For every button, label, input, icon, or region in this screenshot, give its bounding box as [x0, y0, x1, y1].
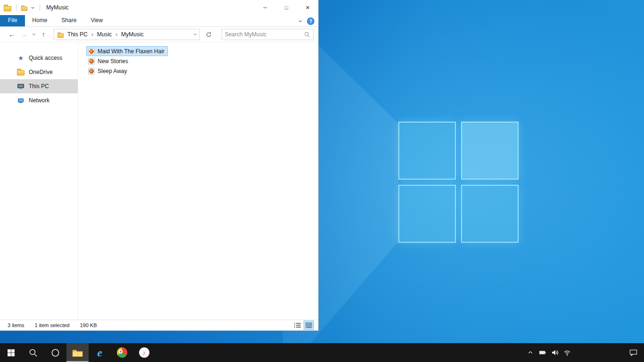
windows-logo-pane [461, 122, 519, 180]
search-box[interactable] [222, 29, 314, 40]
tab-share[interactable]: Share [54, 15, 83, 26]
file-item[interactable]: Sleep Away [86, 66, 131, 76]
chevron-up-icon [528, 350, 533, 355]
media-file-icon [88, 68, 95, 74]
ribbon-expand-chevron-icon[interactable] [298, 19, 303, 24]
address-dropdown-chevron-icon[interactable] [193, 32, 198, 37]
taskbar-search-button[interactable] [22, 343, 44, 362]
start-windows-icon [7, 349, 15, 357]
taskbar-itunes-button[interactable]: ♪ [133, 343, 155, 362]
breadcrumb-mymusic[interactable]: MyMusic [120, 30, 144, 39]
start-button[interactable] [0, 343, 22, 362]
address-folder-icon [58, 33, 64, 38]
taskbar-internet-explorer-button[interactable]: e [89, 343, 111, 362]
qat-customize-chevron-icon[interactable] [31, 6, 35, 10]
details-view-button[interactable] [293, 321, 302, 329]
address-bar[interactable]: This PC › Music › MyMusic [54, 29, 200, 40]
battery-icon [539, 349, 546, 356]
file-list[interactable]: Maid With The Flaxen Hair New Stories Sl… [78, 42, 318, 320]
breadcrumb-separator: › [91, 31, 93, 38]
status-item-count: 3 items [8, 322, 24, 328]
up-button[interactable]: ↑ [39, 31, 49, 38]
taskbar-chrome-button[interactable] [111, 343, 133, 362]
speaker-icon [551, 349, 559, 356]
status-size: 190 KB [80, 322, 97, 328]
taskbar: e ♪ [0, 343, 644, 362]
window-controls: ─ □ × [255, 0, 318, 15]
breadcrumb-music[interactable]: Music [96, 30, 113, 39]
ribbon-tab-bar: File Home Share View ? [0, 15, 318, 27]
media-file-icon [88, 48, 95, 55]
sidebar-item-label: OneDrive [29, 69, 53, 75]
internet-explorer-icon: e [97, 347, 102, 358]
qat-new-folder-icon[interactable] [21, 7, 27, 11]
file-explorer-window: MyMusic ─ □ × File Home Share View ? ← →… [0, 0, 319, 331]
chrome-icon [117, 347, 127, 358]
tab-home[interactable]: Home [25, 15, 54, 26]
file-item[interactable]: New Stories [86, 56, 132, 66]
status-selection: 1 item selected [34, 322, 69, 328]
wifi-icon [563, 349, 571, 356]
system-tray [524, 343, 644, 362]
windows-logo-pane [461, 185, 519, 243]
search-input[interactable] [225, 31, 304, 38]
windows-logo-pane [398, 185, 456, 243]
separator [16, 4, 17, 11]
minimize-button[interactable]: ─ [255, 0, 276, 15]
refresh-button[interactable] [202, 29, 214, 40]
action-center-icon [629, 349, 637, 356]
sidebar-item-label: Network [29, 97, 50, 104]
cortana-circle-icon [51, 348, 60, 357]
breadcrumb-separator: › [116, 31, 117, 38]
onedrive-icon [17, 70, 25, 75]
battery-indicator[interactable] [537, 343, 549, 362]
navigation-pane: ★ Quick access OneDrive This PC [0, 42, 78, 320]
breadcrumb-this-pc[interactable]: This PC [66, 30, 89, 39]
window-folder-icon [4, 6, 11, 11]
navigation-bar: ← → ↑ This PC › Music › MyMusic [0, 27, 318, 42]
quick-access-toolbar [4, 4, 41, 11]
sidebar-item-network[interactable]: Network [0, 93, 78, 107]
hidden-icons-button[interactable] [524, 343, 537, 362]
sidebar-item-this-pc[interactable]: This PC [0, 79, 78, 93]
sidebar-item-label: This PC [29, 83, 49, 90]
windows-logo [398, 122, 519, 243]
window-title: MyMusic [46, 4, 68, 11]
file-item[interactable]: Maid With The Flaxen Hair [86, 46, 168, 56]
windows-logo-pane [398, 122, 456, 180]
file-name: New Stories [98, 58, 128, 65]
back-button[interactable]: ← [7, 31, 17, 38]
sidebar-item-quick-access[interactable]: ★ Quick access [0, 51, 78, 65]
recent-locations-chevron-icon[interactable] [32, 32, 36, 37]
sidebar-item-label: Quick access [29, 55, 62, 61]
quick-access-star-icon: ★ [17, 55, 25, 61]
help-icon[interactable]: ? [307, 17, 314, 25]
network-icon [17, 97, 25, 104]
cortana-button[interactable] [44, 343, 66, 362]
media-file-icon [88, 58, 95, 65]
close-button[interactable]: × [297, 0, 318, 15]
file-name: Sleep Away [98, 68, 127, 74]
separator [40, 4, 40, 11]
large-icons-view-button[interactable] [304, 321, 314, 329]
file-explorer-icon [72, 348, 83, 357]
tab-view[interactable]: View [83, 15, 110, 26]
forward-button[interactable]: → [19, 31, 29, 38]
file-name: Maid With The Flaxen Hair [98, 48, 165, 55]
search-icon [29, 348, 38, 357]
taskbar-file-explorer-button[interactable] [66, 343, 89, 362]
status-bar: 3 items 1 item selected 190 KB [0, 320, 318, 330]
sidebar-item-onedrive[interactable]: OneDrive [0, 65, 78, 79]
search-icon[interactable] [304, 32, 310, 38]
this-pc-icon [17, 82, 25, 90]
volume-indicator[interactable] [549, 343, 561, 362]
network-indicator[interactable] [561, 343, 573, 362]
titlebar[interactable]: MyMusic ─ □ × [0, 0, 318, 15]
tab-file[interactable]: File [0, 15, 25, 26]
action-center-button[interactable] [622, 343, 644, 362]
maximize-button[interactable]: □ [276, 0, 297, 15]
itunes-icon: ♪ [139, 347, 149, 358]
